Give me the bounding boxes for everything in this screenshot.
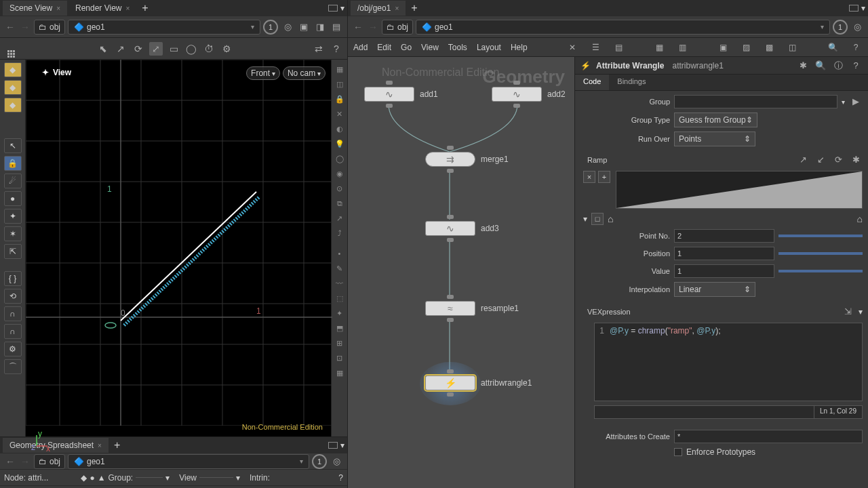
search-icon[interactable]: 🔍: [826, 41, 840, 54]
collapse-icon[interactable]: ▾: [583, 214, 587, 224]
node-attribwrangle1[interactable]: ⚡ attribwrangle1: [425, 375, 532, 390]
add-tab-button[interactable]: +: [407, 2, 421, 14]
interp-select[interactable]: Linear⇕: [674, 282, 755, 297]
shelf-icon[interactable]: •: [334, 247, 346, 260]
grouptype-select[interactable]: Guess from Group⇕: [674, 113, 757, 127]
shelf-icon[interactable]: ✦: [334, 307, 346, 319]
shelf-btn[interactable]: ◆: [4, 62, 22, 77]
nav-fwd-icon[interactable]: →: [367, 21, 379, 33]
shelf-btn[interactable]: ◆: [4, 80, 22, 95]
shelf-icon[interactable]: ◫: [334, 78, 346, 90]
axis-icon[interactable]: ⇱: [4, 244, 22, 259]
add-tab-button[interactable]: +: [110, 439, 124, 451]
menu-go[interactable]: Go: [401, 43, 412, 52]
menu-add[interactable]: Add: [353, 43, 368, 52]
ramp-icon[interactable]: ↗: [796, 153, 810, 167]
node-add3[interactable]: ∿ add3: [425, 221, 499, 236]
ramp-icon[interactable]: ↙: [814, 153, 827, 167]
stopwatch-icon[interactable]: ⏱: [202, 42, 216, 56]
shelf-icon[interactable]: ✎: [334, 262, 346, 274]
pane-max-icon[interactable]: [328, 5, 338, 12]
gear-icon[interactable]: ⚙: [220, 42, 233, 56]
pointno-input[interactable]: [674, 229, 774, 243]
position-input[interactable]: [674, 247, 774, 260]
shelf-icon[interactable]: ◯: [334, 152, 346, 165]
ramp-widget[interactable]: [616, 171, 863, 209]
light-icon[interactable]: 💡: [334, 138, 346, 150]
shelf-icon[interactable]: ⬚: [334, 292, 346, 304]
spark-icon[interactable]: ✦: [4, 209, 22, 224]
runover-select[interactable]: Points⇕: [674, 131, 755, 146]
network-editor[interactable]: Non-Commercial Edition Geometry ∿ add1 ∿…: [348, 57, 575, 488]
pane-max-icon[interactable]: [849, 5, 859, 12]
rotate-icon[interactable]: ⟳: [132, 42, 145, 56]
arrow-icon[interactable]: ▶: [849, 95, 863, 108]
path-root[interactable]: 🗀 obj: [34, 20, 65, 35]
node-add2[interactable]: ∿ add2: [492, 87, 566, 102]
opts-icon[interactable]: ⇄: [312, 42, 326, 56]
shelf-icon[interactable]: ✕: [334, 108, 346, 120]
pane-max-icon[interactable]: [328, 442, 338, 449]
node-name[interactable]: attribwrangle1: [672, 61, 723, 70]
pin-badge[interactable]: 1: [833, 20, 848, 35]
arrow-icon[interactable]: ↖: [4, 138, 22, 153]
info-icon[interactable]: ⓘ: [831, 59, 845, 73]
grid-icon[interactable]: ▦: [652, 41, 666, 54]
add-tab-button[interactable]: +: [138, 2, 152, 14]
ramp-del-button[interactable]: ×: [583, 171, 595, 183]
gear-icon[interactable]: ✱: [796, 59, 810, 73]
shelf-icon[interactable]: ⊞: [334, 337, 346, 349]
link-icon[interactable]: ◎: [281, 20, 294, 34]
camera-dropdown[interactable]: Front ▾: [246, 66, 280, 80]
nav-back-icon[interactable]: ←: [352, 21, 364, 33]
shelf-icon[interactable]: ↗: [334, 212, 346, 224]
curve-icon[interactable]: ⌒: [4, 359, 22, 374]
nav-fwd-icon[interactable]: →: [19, 455, 31, 468]
shelf-icon[interactable]: ⊙: [334, 182, 346, 195]
ramp-icon[interactable]: ⟳: [831, 153, 845, 167]
menu-layout[interactable]: Layout: [477, 43, 501, 52]
magnet2-icon[interactable]: ∩: [4, 324, 22, 339]
menu-view[interactable]: View: [421, 43, 439, 52]
lock-icon[interactable]: 🔒: [334, 93, 346, 105]
shelf-btn[interactable]: ◆: [4, 98, 22, 113]
node-add1[interactable]: ∿ add1: [364, 87, 438, 102]
menu-edit[interactable]: Edit: [377, 43, 391, 52]
ramp-add-button[interactable]: +: [598, 171, 610, 183]
viewport-3d[interactable]: 1 1 0 ✦ View Front ▾ No cam ▾ Non-Commer…: [26, 60, 331, 436]
shelf-icon[interactable]: ▦: [334, 367, 346, 379]
star-icon[interactable]: ✶: [4, 226, 22, 241]
grid2-icon[interactable]: ▥: [675, 41, 689, 54]
lock-icon[interactable]: 🔒: [4, 156, 22, 171]
path-geo[interactable]: 🔷 geo1▾: [416, 20, 830, 35]
link-icon[interactable]: ⟲: [4, 289, 22, 304]
shelf-icon[interactable]: ◐: [334, 123, 346, 135]
help-icon[interactable]: ?: [849, 41, 863, 54]
tab-code[interactable]: Code: [575, 75, 609, 90]
ramp-gear-icon[interactable]: ✱: [849, 153, 863, 167]
vex-editor[interactable]: 1 @P.y = chramp("ramp", @P.y);: [594, 323, 863, 401]
person-icon[interactable]: ☄: [4, 174, 22, 188]
pane-menu-icon[interactable]: ▾: [340, 3, 344, 13]
wrench-icon[interactable]: ✕: [566, 41, 579, 54]
path-root[interactable]: 🗀 obj: [382, 20, 413, 35]
node-merge1[interactable]: ⇉ merge1: [425, 152, 509, 167]
menu-tools[interactable]: Tools: [448, 43, 467, 52]
tab-render-view[interactable]: Render View×: [68, 1, 136, 16]
pin-badge[interactable]: 1: [263, 20, 278, 35]
help-icon[interactable]: ?: [849, 59, 863, 73]
tab-bindings[interactable]: Bindings: [609, 75, 654, 90]
group-input[interactable]: [674, 95, 837, 108]
camera-icon[interactable]: ▭: [167, 42, 180, 56]
vex-expand-icon[interactable]: ⇲: [841, 305, 854, 319]
circle-icon[interactable]: ◯: [184, 42, 198, 56]
shelf-icon[interactable]: ⤴: [334, 227, 346, 239]
sheet-icon[interactable]: ▤: [612, 41, 625, 54]
link-icon[interactable]: ◎: [330, 455, 343, 468]
image-icon[interactable]: ▩: [762, 41, 776, 54]
ramp-pt-button[interactable]: □: [591, 213, 604, 225]
shelf-icon[interactable]: 〰: [334, 277, 346, 289]
nocam-dropdown[interactable]: No cam ▾: [283, 66, 326, 80]
menu-help[interactable]: Help: [511, 43, 528, 52]
value-input[interactable]: [674, 264, 774, 278]
